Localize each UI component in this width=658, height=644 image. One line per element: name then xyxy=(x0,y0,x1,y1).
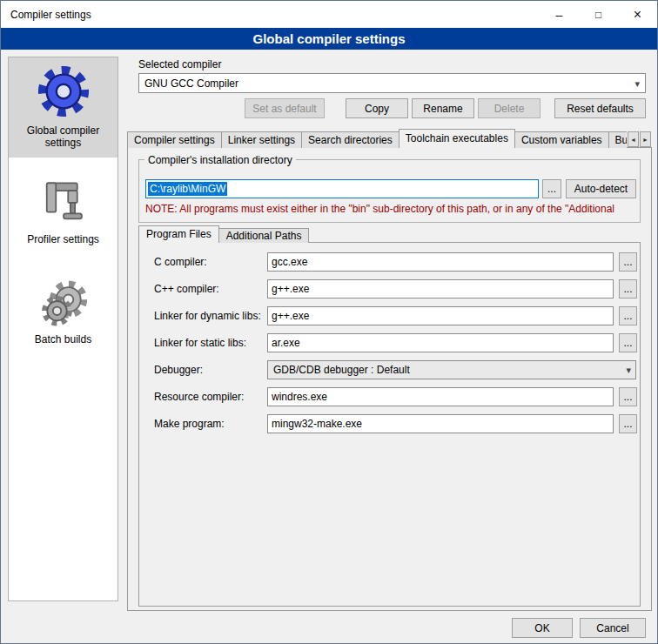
cpp-compiler-input[interactable] xyxy=(267,279,614,299)
set-as-default-button[interactable]: Set as default xyxy=(245,98,325,118)
installation-directory-group-title: Compiler's installation directory xyxy=(144,154,296,166)
minimize-button[interactable]: – xyxy=(540,1,579,28)
program-files-panel: C compiler: ... C++ compiler: ... Linker… xyxy=(138,242,641,607)
make-program-input[interactable] xyxy=(267,414,614,433)
selected-text: C:\raylib\MinGW xyxy=(148,182,227,196)
settings-category-list: Global compiler settings Profiler settin… xyxy=(8,57,118,601)
cpp-compiler-label: C++ compiler: xyxy=(154,283,219,295)
installation-directory-browse-button[interactable]: ... xyxy=(542,179,561,198)
sidebar-item-label: Batch builds xyxy=(10,333,116,345)
compiler-select-value: GNU GCC Compiler xyxy=(144,77,238,90)
tab-compiler-settings[interactable]: Compiler settings xyxy=(127,131,222,148)
compiler-settings-window: Compiler settings – □ × Global compiler … xyxy=(0,0,658,644)
tab-build-options[interactable]: Buil xyxy=(608,131,627,148)
delete-button[interactable]: Delete xyxy=(478,98,540,118)
make-program-browse-button[interactable]: ... xyxy=(619,414,637,433)
resource-compiler-input[interactable] xyxy=(267,387,614,406)
tab-toolchain-executables[interactable]: Toolchain executables xyxy=(399,129,515,148)
cpp-compiler-browse-button[interactable]: ... xyxy=(619,279,637,299)
static-linker-label: Linker for static libs: xyxy=(154,337,246,349)
c-compiler-label: C compiler: xyxy=(154,256,207,268)
window-controls: – □ × xyxy=(540,1,657,28)
close-icon: × xyxy=(634,7,641,23)
selected-compiler-label: Selected compiler xyxy=(138,58,221,70)
reset-defaults-button[interactable]: Reset defaults xyxy=(554,98,646,118)
titlebar: Compiler settings – □ × xyxy=(1,1,657,28)
static-linker-browse-button[interactable]: ... xyxy=(619,333,637,352)
chevron-down-icon: ▾ xyxy=(634,77,640,89)
sidebar-item-label: Profiler settings xyxy=(10,233,116,245)
gears-icon xyxy=(37,275,90,327)
copy-button[interactable]: Copy xyxy=(346,98,408,118)
note-text: NOTE: All programs must exist either in … xyxy=(145,203,638,215)
debugger-select[interactable]: GDB/CDB debugger : Default ▾ xyxy=(267,360,636,379)
tab-linker-settings[interactable]: Linker settings xyxy=(221,131,302,148)
toolchain-subtabbar: Program Files Additional Paths xyxy=(138,225,308,243)
window-title: Compiler settings xyxy=(1,9,91,21)
cancel-button[interactable]: Cancel xyxy=(580,618,646,638)
settings-tabbar: Compiler settings Linker settings Search… xyxy=(127,129,627,148)
profiler-tool-icon xyxy=(39,178,88,227)
debugger-label: Debugger: xyxy=(154,364,203,376)
gear-icon xyxy=(37,64,91,118)
dynamic-linker-label: Linker for dynamic libs: xyxy=(154,310,261,322)
dynamic-linker-browse-button[interactable]: ... xyxy=(619,306,637,325)
tab-search-directories[interactable]: Search directories xyxy=(301,131,400,148)
subtab-program-files[interactable]: Program Files xyxy=(138,225,219,243)
compiler-select[interactable]: GNU GCC Compiler ▾ xyxy=(138,73,646,93)
ok-button[interactable]: OK xyxy=(512,618,573,638)
auto-detect-button[interactable]: Auto-detect xyxy=(566,179,636,198)
sidebar-item-global-compiler-settings[interactable]: Global compiler settings xyxy=(9,57,118,158)
maximize-icon: □ xyxy=(595,9,601,21)
chevron-down-icon: ▾ xyxy=(626,365,631,376)
subtab-additional-paths[interactable]: Additional Paths xyxy=(218,228,310,243)
resource-compiler-browse-button[interactable]: ... xyxy=(619,387,637,406)
arrow-right-icon: ► xyxy=(642,137,648,143)
sidebar-item-profiler-settings[interactable]: Profiler settings xyxy=(9,171,118,254)
rename-button[interactable]: Rename xyxy=(412,98,474,118)
installation-directory-input[interactable]: C:\raylib\MinGW xyxy=(145,179,539,198)
sidebar-item-label: Global compiler settings xyxy=(10,124,116,149)
make-program-label: Make program: xyxy=(154,418,225,430)
close-button[interactable]: × xyxy=(618,1,657,28)
c-compiler-input[interactable] xyxy=(267,252,614,272)
tab-scroll-left-button[interactable]: ◄ xyxy=(628,131,639,147)
tab-scroll-right-button[interactable]: ► xyxy=(640,131,651,147)
c-compiler-browse-button[interactable]: ... xyxy=(619,252,637,272)
tab-custom-variables[interactable]: Custom variables xyxy=(514,131,609,148)
arrow-left-icon: ◄ xyxy=(630,137,636,143)
dynamic-linker-input[interactable] xyxy=(267,306,614,325)
static-linker-input[interactable] xyxy=(267,333,614,352)
maximize-button[interactable]: □ xyxy=(579,1,618,28)
debugger-select-value: GDB/CDB debugger : Default xyxy=(273,364,410,376)
dialog-header: Global compiler settings xyxy=(1,28,657,50)
resource-compiler-label: Resource compiler: xyxy=(154,391,244,403)
minimize-icon: – xyxy=(556,8,563,22)
sidebar-item-batch-builds[interactable]: Batch builds xyxy=(9,268,118,354)
